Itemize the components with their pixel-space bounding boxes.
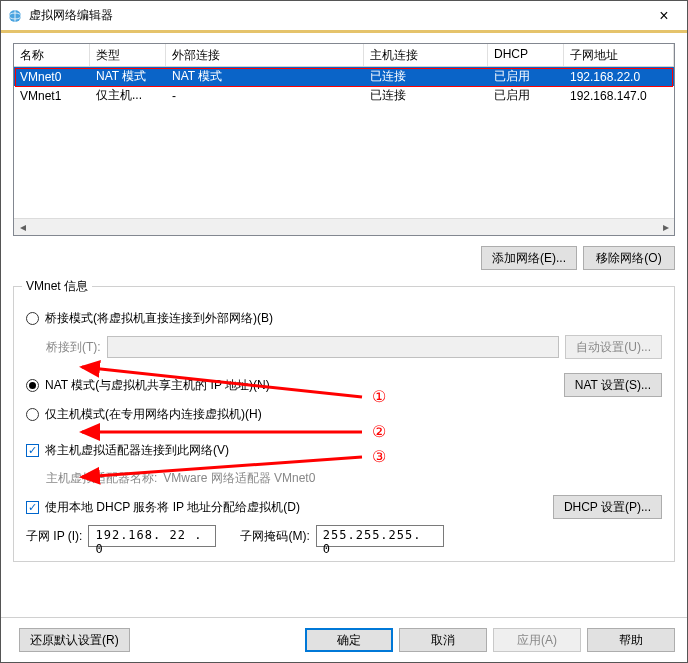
cell-dhcp: 已启用	[488, 86, 564, 105]
host-adapter-label: 主机虚拟适配器名称:	[46, 470, 157, 487]
cell-host: 已连接	[364, 86, 488, 105]
cell-ext: -	[166, 88, 364, 104]
bridge-to-row: 桥接到(T): 自动设置(U)...	[46, 335, 662, 359]
use-dhcp-option[interactable]: 使用本地 DHCP 服务将 IP 地址分配给虚拟机(D) DHCP 设置(P).…	[26, 495, 662, 519]
network-table[interactable]: 名称 类型 外部连接 主机连接 DHCP 子网地址 VMnet0 NAT 模式 …	[13, 43, 675, 236]
connect-host-option[interactable]: 将主机虚拟适配器连接到此网络(V)	[26, 439, 662, 461]
close-icon: ×	[659, 7, 668, 25]
nat-settings-button[interactable]: NAT 设置(S)...	[564, 373, 662, 397]
bridge-to-label: 桥接到(T):	[46, 339, 101, 356]
cell-type: NAT 模式	[90, 67, 166, 86]
radio-bridge[interactable]	[26, 312, 39, 325]
group-title: VMnet 信息	[22, 278, 92, 295]
col-host[interactable]: 主机连接	[364, 44, 488, 66]
window-title: 虚拟网络编辑器	[29, 7, 641, 24]
auto-settings-button: 自动设置(U)...	[565, 335, 662, 359]
table-row[interactable]: VMnet0 NAT 模式 NAT 模式 已连接 已启用 192.168.22.…	[14, 67, 674, 86]
cell-dhcp: 已启用	[488, 67, 564, 86]
remove-network-button[interactable]: 移除网络(O)	[583, 246, 675, 270]
subnet-mask-label: 子网掩码(M):	[240, 528, 309, 545]
ok-button[interactable]: 确定	[305, 628, 393, 652]
scroll-right-icon[interactable]: ▸	[657, 219, 674, 236]
radio-hostonly[interactable]	[26, 408, 39, 421]
close-button[interactable]: ×	[641, 1, 687, 31]
footer: 还原默认设置(R) 确定 取消 应用(A) 帮助	[1, 617, 687, 662]
bridge-label: 桥接模式(将虚拟机直接连接到外部网络)(B)	[45, 310, 273, 327]
cell-subnet: 192.168.147.0	[564, 88, 674, 104]
restore-defaults-button[interactable]: 还原默认设置(R)	[19, 628, 130, 652]
bridge-option[interactable]: 桥接模式(将虚拟机直接连接到外部网络)(B)	[26, 307, 662, 329]
subnet-mask-input[interactable]: 255.255.255. 0	[316, 525, 444, 547]
nat-option[interactable]: NAT 模式(与虚拟机共享主机的 IP 地址)(N) NAT 设置(S)...	[26, 373, 662, 397]
help-button[interactable]: 帮助	[587, 628, 675, 652]
table-button-row: 添加网络(E)... 移除网络(O)	[13, 246, 675, 270]
col-subnet[interactable]: 子网地址	[564, 44, 674, 66]
hostonly-label: 仅主机模式(在专用网络内连接虚拟机)(H)	[45, 406, 262, 423]
table-row[interactable]: VMnet1 仅主机... - 已连接 已启用 192.168.147.0	[14, 86, 674, 105]
check-use-dhcp[interactable]	[26, 501, 39, 514]
subnet-ip-input[interactable]: 192.168. 22 . 0	[88, 525, 216, 547]
subnet-row: 子网 IP (I): 192.168. 22 . 0 子网掩码(M): 255.…	[26, 525, 662, 547]
add-network-button[interactable]: 添加网络(E)...	[481, 246, 577, 270]
bridge-to-select	[107, 336, 560, 358]
cell-name: VMnet1	[14, 88, 90, 104]
use-dhcp-label: 使用本地 DHCP 服务将 IP 地址分配给虚拟机(D)	[45, 499, 300, 516]
col-dhcp[interactable]: DHCP	[488, 44, 564, 66]
hostonly-option[interactable]: 仅主机模式(在专用网络内连接虚拟机)(H)	[26, 403, 662, 425]
titlebar: 虚拟网络编辑器 ×	[1, 1, 687, 31]
col-type[interactable]: 类型	[90, 44, 166, 66]
table-header: 名称 类型 外部连接 主机连接 DHCP 子网地址	[14, 44, 674, 67]
app-icon	[7, 8, 23, 24]
subnet-ip-label: 子网 IP (I):	[26, 528, 82, 545]
nat-label: NAT 模式(与虚拟机共享主机的 IP 地址)(N)	[45, 377, 270, 394]
dhcp-settings-button[interactable]: DHCP 设置(P)...	[553, 495, 662, 519]
cell-ext: NAT 模式	[166, 67, 364, 86]
connect-host-label: 将主机虚拟适配器连接到此网络(V)	[45, 442, 229, 459]
col-ext[interactable]: 外部连接	[166, 44, 364, 66]
cell-name: VMnet0	[14, 69, 90, 85]
window: 虚拟网络编辑器 × 名称 类型 外部连接 主机连接 DHCP 子网地址 VMne…	[0, 0, 688, 663]
apply-button: 应用(A)	[493, 628, 581, 652]
radio-nat[interactable]	[26, 379, 39, 392]
host-adapter-value: VMware 网络适配器 VMnet0	[163, 470, 315, 487]
cell-subnet: 192.168.22.0	[564, 69, 674, 85]
cell-type: 仅主机...	[90, 86, 166, 105]
cell-host: 已连接	[364, 67, 488, 86]
scroll-left-icon[interactable]: ◂	[14, 219, 31, 236]
vmnet-info-group: VMnet 信息 桥接模式(将虚拟机直接连接到外部网络)(B) 桥接到(T): …	[13, 286, 675, 562]
check-connect-host[interactable]	[26, 444, 39, 457]
col-name[interactable]: 名称	[14, 44, 90, 66]
scrollbar-horizontal[interactable]: ◂ ▸	[14, 218, 674, 235]
host-adapter-row: 主机虚拟适配器名称: VMware 网络适配器 VMnet0	[46, 467, 662, 489]
cancel-button[interactable]: 取消	[399, 628, 487, 652]
content: 名称 类型 外部连接 主机连接 DHCP 子网地址 VMnet0 NAT 模式 …	[1, 33, 687, 617]
